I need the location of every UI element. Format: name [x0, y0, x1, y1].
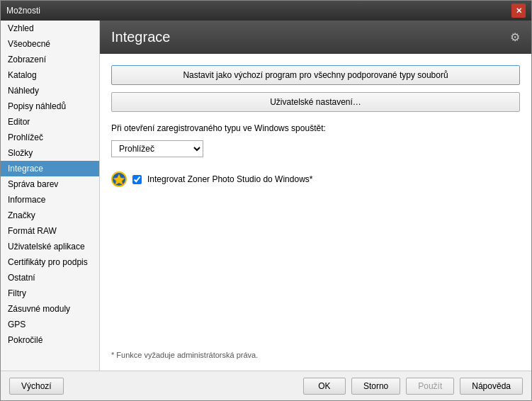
sidebar-item-zásuvné-moduly[interactable]: Zásuvné moduly: [1, 301, 99, 317]
sidebar-item-informace[interactable]: Informace: [1, 192, 99, 208]
cancel-button[interactable]: Storno: [351, 378, 400, 395]
sidebar-item-složky[interactable]: Složky: [1, 145, 99, 161]
footer-bar: Výchozí OK Storno Použít Nápověda: [1, 371, 531, 400]
footer-left: Výchozí: [9, 378, 64, 395]
open-program-dropdown[interactable]: Prohlížeč Editor Katalog: [111, 140, 203, 157]
sidebar-item-náhledy[interactable]: Náhledy: [1, 83, 99, 98]
sidebar-item-uživatelské-aplikace[interactable]: Uživatelské aplikace: [1, 239, 99, 254]
help-button[interactable]: Nápověda: [460, 378, 523, 395]
sidebar-item-gps[interactable]: GPS: [1, 317, 99, 332]
default-button[interactable]: Výchozí: [9, 378, 64, 395]
sidebar-item-katalog[interactable]: Katalog: [1, 67, 99, 83]
set-default-button[interactable]: Nastavit jako výchozí program pro všechn…: [111, 65, 520, 85]
apply-button[interactable]: Použít: [406, 378, 454, 395]
sidebar-item-ostatní[interactable]: Ostatní: [1, 270, 99, 286]
panel-title: Integrace: [111, 29, 170, 45]
sidebar-item-prohlížeč[interactable]: Prohlížeč: [1, 130, 99, 145]
sidebar-item-správa-barev[interactable]: Správa barev: [1, 176, 99, 192]
integrate-checkbox[interactable]: [132, 175, 142, 184]
sidebar-item-popisy-náhledů[interactable]: Popisy náhledů: [1, 98, 99, 114]
sidebar-item-zobrazení[interactable]: Zobrazení: [1, 52, 99, 67]
gear-icon: ⚙: [510, 30, 520, 44]
sidebar: VzhledVšeobecnéZobrazeníKatalogNáhledyPo…: [1, 21, 100, 371]
content-area: VzhledVšeobecnéZobrazeníKatalogNáhledyPo…: [1, 21, 531, 371]
main-panel: Integrace ⚙ Nastavit jako výchozí progra…: [100, 21, 531, 371]
footer-right: OK Storno Použít Nápověda: [303, 378, 523, 395]
close-button[interactable]: ✕: [511, 4, 526, 18]
sidebar-item-vzhled[interactable]: Vzhled: [1, 21, 99, 36]
sidebar-item-formát-raw[interactable]: Formát RAW: [1, 223, 99, 239]
dropdown-row: Prohlížeč Editor Katalog: [111, 140, 520, 157]
panel-header: Integrace ⚙: [100, 21, 531, 54]
integrate-label: Integrovat Zoner Photo Studio do Windows…: [147, 174, 312, 184]
sidebar-item-filtry[interactable]: Filtry: [1, 286, 99, 301]
window-title: Možnosti: [6, 6, 40, 16]
footnote: * Funkce vyžaduje administrátorská práva…: [111, 345, 520, 359]
window: Možnosti ✕ VzhledVšeobecnéZobrazeníKatal…: [0, 0, 532, 401]
user-settings-button[interactable]: Uživatelské nastavení…: [111, 92, 520, 112]
panel-body: Nastavit jako výchozí program pro všechn…: [100, 54, 531, 371]
sidebar-item-všeobecné[interactable]: Všeobecné: [1, 36, 99, 52]
sidebar-item-editor[interactable]: Editor: [1, 114, 99, 130]
titlebar: Možnosti ✕: [1, 1, 531, 21]
sidebar-item-značky[interactable]: Značky: [1, 208, 99, 223]
sidebar-item-certifikáty-pro-podpis[interactable]: Certifikáty pro podpis: [1, 254, 99, 270]
sidebar-item-integrace[interactable]: Integrace: [1, 161, 99, 176]
open-registered-label: Při otevření zaregistrovaného typu ve Wi…: [111, 123, 520, 133]
zoner-logo-icon: [111, 171, 127, 187]
ok-button[interactable]: OK: [303, 378, 346, 395]
integrate-checkbox-row: Integrovat Zoner Photo Studio do Windows…: [111, 171, 520, 187]
sidebar-item-pokročilé[interactable]: Pokročilé: [1, 332, 99, 348]
